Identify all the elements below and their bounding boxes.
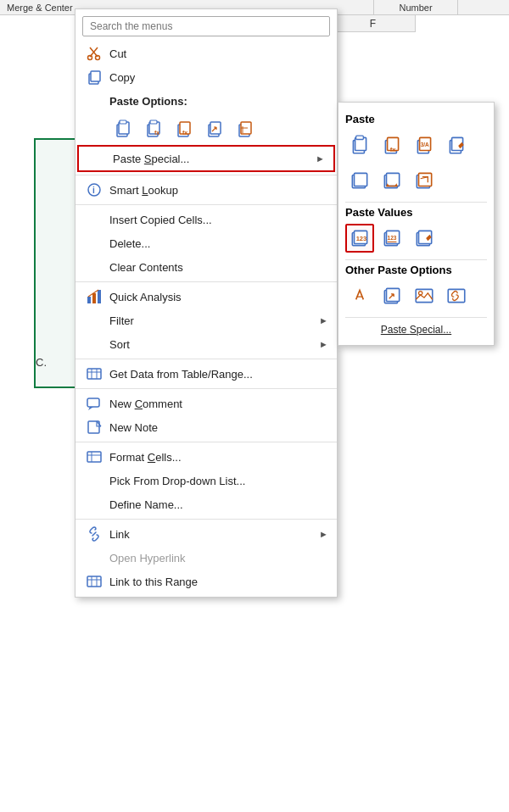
filter-icon [86,312,103,329]
other-paste-label: Other Paste Options [345,264,487,276]
submenu-paste-icon-3[interactable]: 3/A [410,131,439,159]
svg-rect-11 [150,120,157,124]
cut-label: Cut [109,47,126,60]
paste-options-label: Paste Options: [109,95,187,108]
delete-icon [86,235,103,252]
clear-contents-label: Clear Contents [109,261,183,274]
svg-text:123: 123 [356,235,367,242]
copy-label: Copy [109,71,135,84]
separator-1 [76,175,337,175]
format-cells-icon [86,448,103,465]
submenu-paste-icon-6[interactable] [378,166,406,195]
menu-item-paste-special[interactable]: Paste Special... ► [77,145,335,172]
smart-lookup-label: Smart Lookup [109,184,178,197]
paste-icon-4[interactable] [201,115,228,142]
menu-item-new-comment[interactable]: New Comment [76,392,337,415]
menu-item-smart-lookup[interactable]: i Smart Lookup [76,178,337,202]
context-menu: Cut Copy Paste Options: [75,8,338,598]
ribbon-number-label: Number [399,3,432,13]
menu-item-define-name[interactable]: Define Name... [76,492,337,516]
menu-item-clear-contents[interactable]: Clear Contents [76,255,337,279]
svg-rect-27 [87,369,101,379]
submenu-sep-2 [345,259,487,260]
separator-7 [76,519,337,520]
menu-item-filter[interactable]: Filter ► [76,309,337,332]
format-cells-label: Format Cells... [109,451,182,464]
paste-header-icon [86,92,103,109]
menu-item-get-data[interactable]: Get Data from Table/Range... [76,362,337,386]
submenu-paste-icon-5[interactable] [345,166,374,195]
other-paste-icon-4[interactable] [442,281,471,310]
submenu-paste-special-link[interactable]: Paste Special... [345,321,487,338]
menu-item-open-hyperlink[interactable]: Open Hyperlink [76,546,337,570]
svg-rect-37 [87,576,101,587]
define-name-icon [86,496,103,513]
paste-icon-3[interactable]: fx [171,115,198,142]
menu-item-insert-copied[interactable]: Insert Copied Cells... [76,208,337,231]
svg-rect-55 [387,173,400,186]
other-paste-icon-1[interactable] [345,281,374,310]
menu-item-sort[interactable]: Sort ► [76,332,337,356]
paste-icon-2[interactable]: fx [140,115,167,142]
svg-rect-24 [87,297,91,303]
svg-rect-34 [87,452,101,462]
paste-values-icon-3[interactable] [410,224,439,253]
table-icon [86,365,103,382]
link-range-icon [86,573,103,590]
menu-item-delete[interactable]: Delete... [76,231,337,255]
paste-values-row: 123 123 [345,224,487,253]
separator-3 [76,281,337,282]
delete-label: Delete... [109,237,150,250]
svg-point-3 [96,56,100,60]
link-icon [86,526,103,542]
filter-arrow: ► [319,315,328,325]
note-icon [86,419,103,436]
clear-icon [86,259,103,275]
sort-icon [86,336,103,353]
submenu-paste-icon-4[interactable] [442,131,471,159]
svg-rect-31 [87,398,99,407]
svg-rect-53 [355,173,367,186]
ribbon-number-section: Number [373,0,458,15]
paste-special-icon [89,150,106,167]
insert-copied-label: Insert Copied Cells... [109,214,212,226]
comment-icon [86,395,103,412]
menu-search-input[interactable] [82,16,330,36]
svg-text:fx: fx [154,130,159,136]
submenu-sep-1 [345,202,487,203]
menu-item-format-cells[interactable]: Format Cells... [76,445,337,469]
paste-submenu-row1: fx 3/A [345,131,487,159]
open-hyperlink-label: Open Hyperlink [109,552,186,565]
menu-item-link-to-range[interactable]: Link to this Range [76,570,337,593]
menu-item-copy[interactable]: Copy [76,65,337,89]
link-to-range-label: Link to this Range [109,576,198,588]
paste-icon-5[interactable] [232,115,259,142]
filter-label: Filter [109,314,134,327]
paste-icon-1[interactable] [109,115,137,142]
menu-item-cut[interactable]: Cut [76,42,337,65]
ribbon-merge-label: Merge & Center [7,3,73,13]
svg-text:fx: fx [390,146,397,153]
cell-c-value: C. [34,354,48,370]
other-paste-icon-3[interactable] [410,281,439,310]
svg-rect-25 [92,293,96,303]
link-arrow: ► [319,529,328,539]
submenu-paste-icon-1[interactable] [345,131,374,159]
svg-rect-26 [98,290,101,303]
paste-values-icon-2[interactable]: 123 [378,224,406,253]
submenu-paste-icon-7[interactable] [410,166,439,195]
submenu-paste-icon-2[interactable]: fx [378,131,406,159]
menu-item-link[interactable]: Link ► [76,522,337,546]
paste-special-arrow: ► [316,153,325,164]
separator-4 [76,359,337,359]
other-paste-row [345,281,487,310]
menu-item-pick-dropdown[interactable]: Pick From Drop-down List... [76,469,337,492]
separator-2 [76,204,337,205]
paste-values-icon-1[interactable]: 123 [345,224,374,253]
paste-values-label: Paste Values [345,206,487,219]
menu-item-new-note[interactable]: New Note [76,415,337,439]
svg-rect-43 [356,136,364,139]
copy-icon [86,69,103,86]
menu-item-quick-analysis[interactable]: Quick Analysis [76,285,337,309]
other-paste-icon-2[interactable] [378,281,406,310]
